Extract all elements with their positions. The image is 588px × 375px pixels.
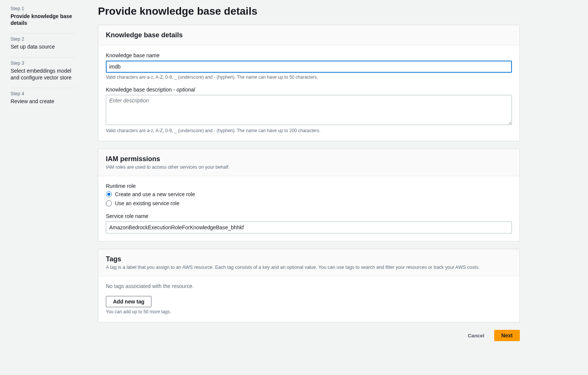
tags-card: Tags A tag is a label that you assign to…: [98, 249, 520, 322]
tags-header: Tags A tag is a label that you assign to…: [98, 249, 519, 276]
kb-desc-hint: Valid characters are a-z, A-Z, 0-9, _ (u…: [106, 128, 512, 133]
kb-details-header: Knowledge base details: [98, 25, 519, 46]
main-content: Provide knowledge base details Knowledge…: [87, 0, 531, 375]
page-title: Provide knowledge base details: [98, 5, 520, 17]
step-4-title: Review and create: [11, 98, 76, 105]
kb-desc-input[interactable]: [106, 95, 512, 125]
radio-new-role[interactable]: Create and use a new service role: [106, 191, 512, 197]
step-3[interactable]: Step 3 Select embeddings model and confi…: [11, 58, 76, 88]
kb-desc-label-optional: optional: [177, 87, 195, 93]
step-2[interactable]: Step 2 Set up data source: [11, 34, 76, 57]
kb-details-card: Knowledge base details Knowledge base na…: [98, 25, 520, 141]
kb-desc-label-main: Knowledge base description -: [106, 87, 177, 93]
add-tag-button[interactable]: Add new tag: [106, 296, 151, 307]
kb-name-hint: Valid characters are a-z, A-Z, 0-9, _ (u…: [106, 75, 512, 80]
step-4[interactable]: Step 4 Review and create: [11, 88, 76, 111]
kb-name-label: Knowledge base name: [106, 52, 512, 58]
step-2-title: Set up data source: [11, 43, 76, 50]
step-3-title: Select embeddings model and configure ve…: [11, 67, 76, 81]
no-tags-message: No tags associated with the resource.: [106, 283, 512, 289]
iam-card: IAM permissions IAM roles are used to ac…: [98, 149, 520, 241]
iam-subtext: IAM roles are used to access other servi…: [106, 165, 512, 170]
step-1[interactable]: Step 1 Provide knowledge base details: [11, 3, 76, 34]
step-2-label: Step 2: [11, 37, 76, 42]
tags-limit-hint: You can add up to 50 more tags.: [106, 309, 512, 314]
kb-desc-label: Knowledge base description - optional: [106, 87, 512, 93]
service-role-name-label: Service role name: [106, 213, 512, 219]
iam-heading: IAM permissions: [106, 155, 512, 163]
radio-new-role-label: Create and use a new service role: [115, 191, 195, 197]
tags-heading: Tags: [106, 255, 512, 263]
radio-icon: [106, 200, 112, 206]
step-4-label: Step 4: [11, 91, 76, 96]
iam-header: IAM permissions IAM roles are used to ac…: [98, 149, 519, 176]
wizard-actions: Cancel Next: [98, 330, 520, 341]
radio-existing-role-label: Use an existing service role: [115, 200, 179, 206]
step-1-label: Step 1: [11, 6, 76, 11]
cancel-button[interactable]: Cancel: [461, 330, 491, 341]
step-1-title: Provide knowledge base details: [11, 13, 76, 26]
kb-name-input[interactable]: [106, 61, 512, 73]
service-role-name-input[interactable]: [106, 221, 512, 233]
wizard-steps: Step 1 Provide knowledge base details St…: [0, 0, 87, 375]
next-button[interactable]: Next: [494, 330, 520, 341]
radio-existing-role[interactable]: Use an existing service role: [106, 200, 512, 206]
tags-subtext: A tag is a label that you assign to an A…: [106, 265, 512, 270]
kb-details-heading: Knowledge base details: [106, 31, 512, 39]
step-3-label: Step 3: [11, 61, 76, 66]
radio-icon: [106, 191, 112, 197]
runtime-role-label: Runtime role: [106, 183, 512, 189]
